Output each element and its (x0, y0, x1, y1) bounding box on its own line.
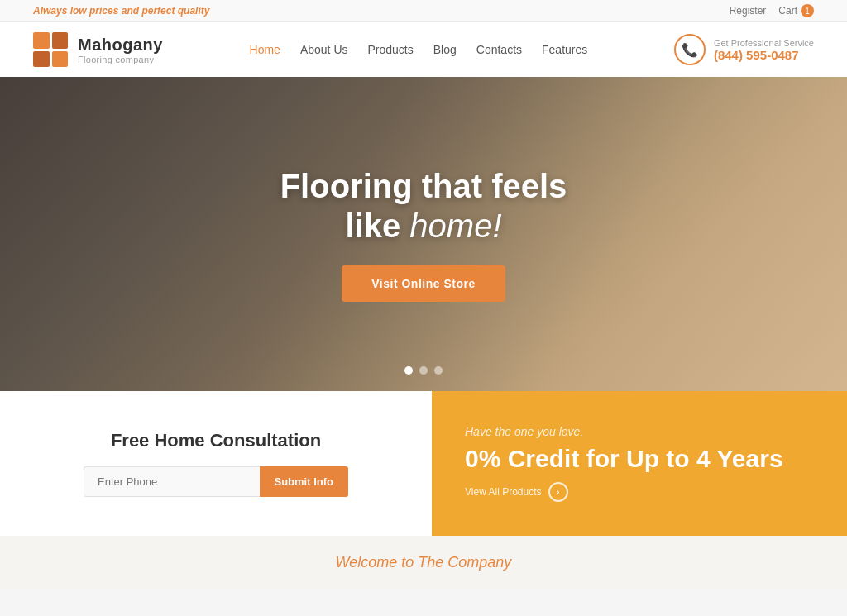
top-bar-right: Register Cart 1 (730, 4, 814, 17)
logo-text: Mahogany Flooring company (78, 36, 163, 64)
phone-icon: 📞 (674, 34, 706, 65)
hero-heading-line2: like (345, 208, 409, 244)
consultation-title: Free Home Consultation (111, 430, 321, 451)
nav-home[interactable]: Home (250, 43, 280, 56)
cart-badge: 1 (801, 4, 814, 17)
register-link[interactable]: Register (730, 5, 767, 17)
top-bar: Always low prices and perfect quality Re… (0, 0, 847, 22)
hero-content: Flooring that feels like home! Visit Onl… (0, 77, 847, 391)
phone-number[interactable]: (844) 595-0487 (714, 48, 814, 62)
hero-dot-1[interactable] (404, 366, 413, 375)
hero-heading: Flooring that feels like home! (280, 166, 567, 246)
header: Mahogany Flooring company Home About Us … (0, 22, 847, 77)
nav-blog[interactable]: Blog (433, 43, 457, 56)
logo: Mahogany Flooring company (33, 32, 163, 67)
nav-products[interactable]: Products (368, 43, 414, 56)
hero-section: Flooring that feels like home! Visit Onl… (0, 77, 847, 391)
credit-arrow-icon[interactable]: › (548, 482, 568, 502)
hero-dot-2[interactable] (419, 366, 428, 375)
nav-features[interactable]: Features (542, 43, 587, 56)
submit-button[interactable]: Submit Info (260, 466, 349, 497)
hero-dots (404, 366, 443, 375)
logo-subtitle: Flooring company (78, 55, 163, 64)
credit-panel: Have the one you love. 0% Credit for Up … (432, 391, 847, 536)
tagline-suffix: low prices and perfect quality (70, 5, 210, 17)
cart-label: Cart (778, 5, 797, 17)
consultation-form: Submit Info (84, 466, 348, 497)
phone-label: Get Professional Service (714, 38, 814, 48)
nav-about[interactable]: About Us (300, 43, 348, 56)
phone-input[interactable] (84, 466, 260, 497)
tagline: Always low prices and perfect quality (33, 5, 209, 17)
credit-tagline: Have the one you love. (465, 425, 814, 438)
credit-link-wrap: View All Products › (465, 482, 814, 502)
hero-cta-button[interactable]: Visit Online Store (342, 265, 505, 302)
tagline-highlight: Always (33, 5, 67, 17)
lower-section: Free Home Consultation Submit Info Have … (0, 391, 847, 536)
credit-heading: 0% Credit for Up to 4 Years (465, 445, 814, 472)
nav-contacts[interactable]: Contacts (476, 43, 522, 56)
cart-wrap[interactable]: Cart 1 (778, 4, 814, 17)
consultation-panel: Free Home Consultation Submit Info (0, 391, 432, 536)
logo-square-3 (33, 51, 50, 68)
logo-square-4 (52, 51, 69, 68)
hero-heading-line1: Flooring that feels (280, 168, 567, 204)
phone-info: Get Professional Service (844) 595-0487 (714, 38, 814, 62)
logo-name: Mahogany (78, 36, 163, 55)
main-nav: Home About Us Products Blog Contacts Fea… (250, 43, 588, 56)
hero-dot-3[interactable] (434, 366, 443, 375)
logo-square-1 (33, 32, 50, 49)
logo-icon (33, 32, 68, 67)
logo-square-2 (52, 32, 69, 49)
welcome-text: Welcome to The Company (336, 554, 512, 571)
phone-wrap: 📞 Get Professional Service (844) 595-048… (674, 34, 814, 65)
credit-link-label[interactable]: View All Products (465, 486, 542, 498)
hero-heading-italic: home! (409, 208, 501, 244)
welcome-bar: Welcome to The Company (0, 536, 847, 590)
